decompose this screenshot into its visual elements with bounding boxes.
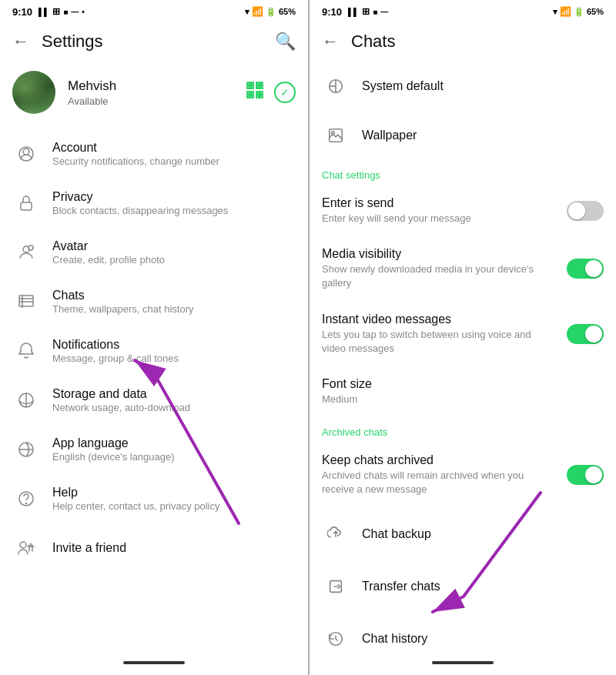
menu-item-chats[interactable]: Chats Theme, wallpapers, chat history xyxy=(0,277,308,326)
back-button-left[interactable]: ← xyxy=(12,32,29,52)
chats-text: Chats Theme, wallpapers, chat history xyxy=(52,289,296,315)
right-panel: 9:10 ▌▌ ⊞ ■ — ▾ 📶 🔋 65% ← Chats xyxy=(308,0,616,675)
home-indicator-left xyxy=(123,661,185,664)
chat-history-title: Chat history xyxy=(362,632,604,646)
menu-item-language[interactable]: App language English (device's language) xyxy=(0,425,308,474)
transfer-chats-title: Transfer chats xyxy=(362,580,604,593)
account-text: Account Security notifications, change n… xyxy=(52,141,296,167)
keep-archived-row[interactable]: Keep chats archived Archived chats will … xyxy=(310,443,616,507)
privacy-title: Privacy xyxy=(52,190,296,204)
status-right-right: ▾ 📶 🔋 65% xyxy=(553,6,604,17)
settings-title: Settings xyxy=(42,32,275,52)
svg-rect-5 xyxy=(256,95,259,97)
instant-video-title: Instant video messages xyxy=(322,312,557,326)
language-title: App language xyxy=(52,436,296,450)
font-size-text: Font size Medium xyxy=(322,377,594,406)
instant-video-row[interactable]: Instant video messages Lets you tap to s… xyxy=(310,302,616,366)
chats-app-bar: ← Chats xyxy=(310,22,616,62)
storage-subtitle: Network usage, auto-download xyxy=(52,402,296,413)
notifications-title: Notifications xyxy=(52,338,296,352)
account-subtitle: Security notifications, change number xyxy=(52,155,296,167)
enter-is-send-thumb xyxy=(568,202,585,219)
chat-settings-label: Chat settings xyxy=(310,160,616,185)
enter-is-send-toggle[interactable] xyxy=(567,201,604,221)
status-check-icon[interactable]: ✓ xyxy=(274,82,296,103)
settings-app-bar: ← Settings 🔍 xyxy=(0,22,308,62)
language-subtitle: English (device's language) xyxy=(52,451,296,463)
chats-page-title: Chats xyxy=(351,32,604,52)
chat-backup-title: Chat backup xyxy=(362,527,604,541)
dot-icon: • xyxy=(82,8,85,16)
chat-backup-text: Chat backup xyxy=(362,527,604,541)
battery-icon-left: 🔋 xyxy=(266,7,276,17)
wallpaper-row[interactable]: Wallpaper xyxy=(310,111,616,160)
media-visibility-thumb xyxy=(585,260,602,277)
menu-item-account[interactable]: Account Security notifications, change n… xyxy=(0,129,308,179)
keep-archived-subtitle: Archived chats will remain archived when… xyxy=(322,469,557,496)
status-right-left: ▾ 📶 🔋 65% xyxy=(245,6,296,17)
instant-video-toggle[interactable] xyxy=(567,324,604,344)
privacy-subtitle: Block contacts, disappearing messages xyxy=(52,205,296,216)
chat-backup-row[interactable]: Chat backup xyxy=(310,508,616,560)
signal-icon-right: 📶 xyxy=(560,6,571,17)
storage-title: Storage and data xyxy=(52,387,296,401)
account-icon xyxy=(12,140,40,168)
battery-icon-right: 🔋 xyxy=(574,7,584,17)
profile-status: Available xyxy=(68,95,233,107)
home-indicator-right xyxy=(432,661,494,664)
chat-history-row[interactable]: Chat history xyxy=(310,613,616,654)
profile-name: Mehvish xyxy=(68,79,233,94)
avatar-title: Avatar xyxy=(52,239,296,253)
back-button-right[interactable]: ← xyxy=(322,32,339,52)
transfer-chats-row[interactable]: Transfer chats xyxy=(310,560,616,613)
svg-rect-9 xyxy=(249,93,251,95)
chats-icon xyxy=(12,288,40,316)
help-icon xyxy=(12,485,40,513)
menu-item-invite[interactable]: Invite a friend xyxy=(0,523,308,573)
wallpaper-label: Wallpaper xyxy=(362,129,604,142)
wallpaper-text: Wallpaper xyxy=(362,129,604,142)
wifi-icon-left: ▾ xyxy=(245,7,249,17)
notifications-subtitle: Message, group & call tones xyxy=(52,353,296,364)
svg-rect-3 xyxy=(256,92,259,94)
theme-row[interactable]: System default xyxy=(310,62,616,111)
theme-label: System default xyxy=(362,79,604,93)
search-button[interactable]: 🔍 xyxy=(275,32,296,52)
qr-icon[interactable] xyxy=(245,80,265,105)
status-bar-left: 9:10 ▌▌ ⊞ ■ — • ▾ 📶 🔋 65% xyxy=(0,0,308,22)
media-visibility-toggle[interactable] xyxy=(567,259,604,279)
svg-point-23 xyxy=(332,132,335,135)
rec-icon: ■ xyxy=(63,8,68,16)
menu-item-privacy[interactable]: Privacy Block contacts, disappearing mes… xyxy=(0,179,308,228)
keep-archived-thumb xyxy=(585,466,602,483)
enter-is-send-row[interactable]: Enter is send Enter key will send your m… xyxy=(310,185,616,236)
sim-icon: ▌▌ xyxy=(38,8,49,16)
media-icon-right: ⊞ xyxy=(362,6,370,17)
menu-item-avatar[interactable]: Avatar Create, edit, profile photo xyxy=(0,228,308,277)
invite-icon xyxy=(12,534,40,562)
avatar-icon xyxy=(12,239,40,266)
profile-info: Mehvish Available xyxy=(68,79,233,107)
chat-backup-icon xyxy=(322,520,350,548)
transfer-chats-text: Transfer chats xyxy=(362,580,604,593)
notifications-text: Notifications Message, group & call tone… xyxy=(52,338,296,364)
menu-item-storage[interactable]: Storage and data Network usage, auto-dow… xyxy=(0,376,308,425)
avatar xyxy=(12,71,55,114)
menu-item-notifications[interactable]: Notifications Message, group & call tone… xyxy=(0,326,308,376)
media-visibility-row[interactable]: Media visibility Show newly downloaded m… xyxy=(310,236,616,301)
keep-archived-toggle[interactable] xyxy=(567,465,604,485)
account-title: Account xyxy=(52,141,296,155)
profile-section[interactable]: Mehvish Available ✓ xyxy=(0,62,308,123)
enter-is-send-title: Enter is send xyxy=(322,196,557,210)
chats-title: Chats xyxy=(52,289,296,302)
wifi-icon-right: ▾ xyxy=(553,7,557,17)
invite-title: Invite a friend xyxy=(52,541,296,555)
font-size-row[interactable]: Font size Medium xyxy=(310,366,616,417)
privacy-icon xyxy=(12,189,40,217)
menu-item-help[interactable]: Help Help center, contact us, privacy po… xyxy=(0,474,308,523)
signal-icon-left: 📶 xyxy=(252,6,263,17)
keep-archived-text: Keep chats archived Archived chats will … xyxy=(322,453,557,496)
font-size-value: Medium xyxy=(322,393,594,406)
svg-point-19 xyxy=(20,542,26,548)
privacy-text: Privacy Block contacts, disappearing mes… xyxy=(52,190,296,216)
